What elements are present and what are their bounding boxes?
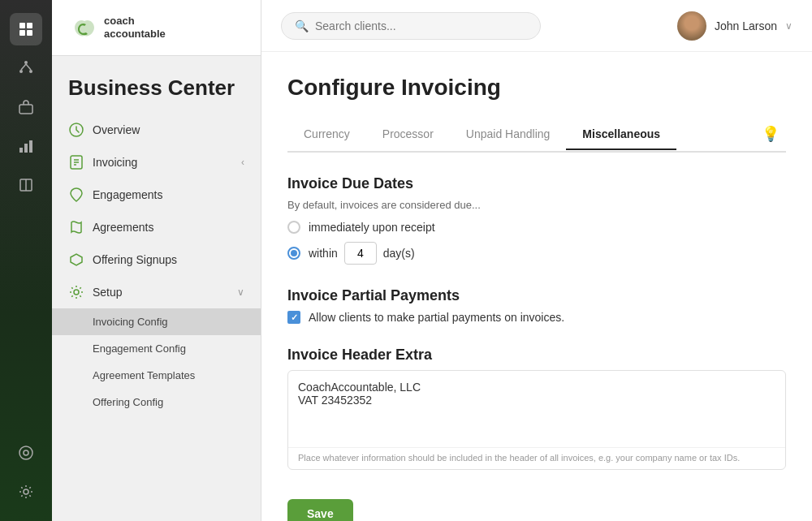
due-dates-title: Invoice Due Dates bbox=[287, 175, 786, 192]
svg-rect-3 bbox=[27, 30, 32, 36]
sidebar-item-overview[interactable]: Overview bbox=[52, 114, 261, 146]
chart-icon[interactable] bbox=[10, 130, 42, 162]
invoicing-chevron: ‹ bbox=[241, 157, 244, 168]
user-name: John Larson bbox=[715, 19, 777, 32]
tab-unpaid-handling[interactable]: Unpaid Handling bbox=[450, 119, 567, 150]
svg-line-7 bbox=[21, 64, 26, 70]
svg-rect-0 bbox=[19, 23, 25, 28]
svg-point-16 bbox=[24, 489, 28, 494]
svg-line-8 bbox=[26, 64, 31, 70]
agreement-templates-label: Agreement Templates bbox=[93, 369, 195, 381]
user-area[interactable]: John Larson ∨ bbox=[677, 11, 793, 41]
within-radio[interactable] bbox=[287, 247, 300, 260]
search-icon: 🔍 bbox=[295, 19, 309, 32]
briefcase-icon[interactable] bbox=[10, 91, 42, 123]
topbar: 🔍 John Larson ∨ bbox=[261, 0, 812, 52]
sidebar-item-engagements[interactable]: Engagements bbox=[52, 179, 261, 211]
immediately-radio[interactable] bbox=[287, 221, 300, 234]
user-dropdown-arrow[interactable]: ∨ bbox=[785, 20, 793, 32]
header-extra-title: Invoice Header Extra bbox=[287, 347, 786, 364]
invoice-partial-payments-section: Invoice Partial Payments Allow clients t… bbox=[287, 287, 786, 324]
save-button[interactable]: Save bbox=[287, 499, 353, 521]
sidebar-item-setup-label: Setup bbox=[93, 286, 123, 299]
header-extra-hint: Place whatever information should be inc… bbox=[288, 447, 785, 469]
partial-payments-checkbox[interactable] bbox=[287, 311, 300, 324]
svg-rect-11 bbox=[24, 144, 28, 153]
sidebar-subitem-offering-config[interactable]: Offering Config bbox=[52, 389, 261, 416]
offering-icon bbox=[68, 252, 84, 268]
invoice-header-extra-section: Invoice Header Extra CoachAccountable, L… bbox=[287, 347, 786, 470]
immediately-option[interactable]: immediately upon receipt bbox=[287, 221, 786, 234]
invoicing-config-label: Invoicing Config bbox=[93, 316, 168, 328]
sidebar-item-offering-signups[interactable]: Offering Signups bbox=[52, 243, 261, 276]
days-suffix: day(s) bbox=[383, 247, 415, 260]
sidebar-item-invoicing-label: Invoicing bbox=[93, 156, 137, 169]
sidebar-nav: Overview Invoicing ‹ Engagements bbox=[52, 114, 261, 521]
svg-point-15 bbox=[24, 450, 28, 455]
sidebar-item-engagements-label: Engagements bbox=[93, 188, 162, 201]
logo-area: coachaccountable bbox=[52, 0, 261, 56]
sidebar-item-agreements[interactable]: Agreements bbox=[52, 211, 261, 243]
sidebar-item-invoicing[interactable]: Invoicing ‹ bbox=[52, 146, 261, 179]
svg-rect-2 bbox=[19, 30, 25, 36]
svg-point-14 bbox=[19, 446, 32, 459]
search-input[interactable] bbox=[315, 19, 527, 32]
svg-rect-12 bbox=[29, 140, 32, 153]
within-label: within bbox=[309, 247, 338, 260]
overview-icon bbox=[68, 122, 84, 138]
tabs: Currency Processor Unpaid Handling Misce… bbox=[287, 117, 786, 153]
sidebar-title: Business Center bbox=[52, 56, 261, 114]
page-title: Configure Invoicing bbox=[287, 75, 786, 101]
within-option[interactable]: within day(s) bbox=[287, 242, 786, 265]
sidebar-item-overview-label: Overview bbox=[93, 123, 140, 136]
sidebar-subitem-agreement-templates[interactable]: Agreement Templates bbox=[52, 362, 261, 389]
setup-chevron: ∨ bbox=[237, 286, 244, 298]
gear-icon[interactable] bbox=[10, 476, 42, 508]
within-input-group: within day(s) bbox=[309, 242, 415, 265]
avatar bbox=[677, 11, 706, 41]
tab-miscellaneous[interactable]: Miscellaneous bbox=[566, 119, 676, 150]
agreements-icon bbox=[68, 219, 84, 235]
lightbulb-icon[interactable]: 💡 bbox=[755, 117, 786, 151]
avatar-image bbox=[677, 11, 706, 41]
svg-rect-10 bbox=[19, 148, 23, 153]
header-extra-box: CoachAccountable, LLC VAT 23452352 Place… bbox=[287, 370, 786, 470]
page-content: Configure Invoicing Currency Processor U… bbox=[261, 52, 812, 521]
engagements-icon bbox=[68, 187, 84, 203]
book-icon[interactable] bbox=[10, 169, 42, 201]
svg-point-23 bbox=[74, 290, 79, 295]
sidebar-subitem-invoicing-config[interactable]: Invoicing Config bbox=[52, 308, 261, 335]
search-bar[interactable]: 🔍 bbox=[281, 12, 541, 40]
svg-rect-9 bbox=[19, 105, 32, 114]
partial-payments-checkbox-row[interactable]: Allow clients to make partial payments o… bbox=[287, 311, 786, 324]
svg-rect-1 bbox=[27, 23, 32, 28]
tab-currency[interactable]: Currency bbox=[287, 119, 366, 150]
partial-payments-label: Allow clients to make partial payments o… bbox=[309, 311, 564, 324]
invoicing-icon bbox=[68, 154, 84, 170]
sidebar-subitem-engagement-config[interactable]: Engagement Config bbox=[52, 335, 261, 362]
sidebar-item-offering-signups-label: Offering Signups bbox=[93, 253, 177, 266]
icon-sidebar bbox=[0, 0, 52, 521]
offering-config-label: Offering Config bbox=[93, 396, 163, 408]
sidebar-item-setup[interactable]: Setup ∨ bbox=[52, 276, 261, 308]
logo-text: coachaccountable bbox=[104, 15, 166, 40]
invoice-due-dates-section: Invoice Due Dates By default, invoices a… bbox=[287, 175, 786, 265]
circle-settings-icon[interactable] bbox=[10, 437, 42, 469]
secondary-sidebar: coachaccountable Business Center Overvie… bbox=[52, 0, 261, 521]
setup-icon bbox=[68, 284, 84, 300]
sidebar-item-agreements-label: Agreements bbox=[93, 221, 153, 234]
tab-processor[interactable]: Processor bbox=[366, 119, 450, 150]
header-extra-textarea[interactable]: CoachAccountable, LLC VAT 23452352 bbox=[288, 371, 785, 444]
engagement-config-label: Engagement Config bbox=[93, 342, 186, 355]
coach-accountable-logo bbox=[68, 13, 97, 42]
within-days-input[interactable] bbox=[344, 242, 377, 265]
home-icon[interactable] bbox=[10, 13, 42, 45]
partial-payments-title: Invoice Partial Payments bbox=[287, 287, 786, 304]
hierarchy-icon[interactable] bbox=[10, 52, 42, 84]
svg-point-5 bbox=[19, 70, 23, 73]
svg-point-6 bbox=[29, 70, 32, 73]
main-content: 🔍 John Larson ∨ Configure Invoicing Curr… bbox=[261, 0, 812, 521]
due-dates-subtitle: By default, invoices are considered due.… bbox=[287, 199, 786, 211]
svg-point-4 bbox=[24, 61, 28, 64]
immediately-label: immediately upon receipt bbox=[309, 221, 435, 234]
